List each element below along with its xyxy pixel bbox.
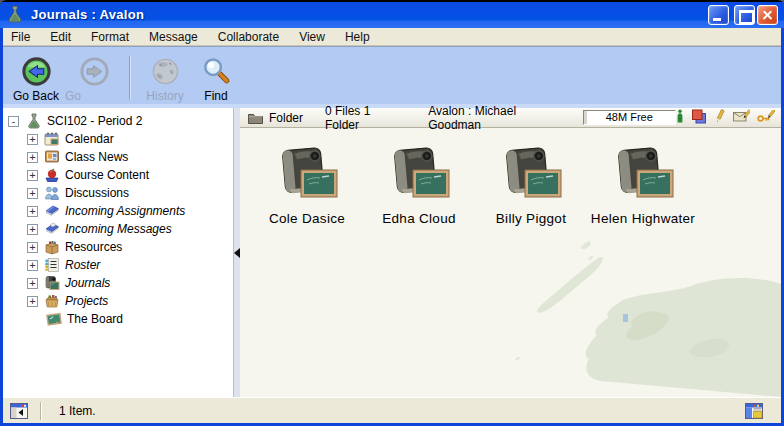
tree-item-calendar[interactable]: + Calendar bbox=[3, 130, 233, 148]
status-bar: 1 Item. bbox=[3, 397, 781, 423]
tree-item-label[interactable]: The Board bbox=[67, 312, 123, 326]
tree-item-class-news[interactable]: + Class News bbox=[3, 148, 233, 166]
tree-item-incoming-assignments[interactable]: + Incoming Assignments bbox=[3, 202, 233, 220]
resources-box-icon bbox=[44, 239, 60, 255]
journal-label[interactable]: Helen Highwater bbox=[591, 211, 695, 226]
expand-expander-icon[interactable]: + bbox=[27, 224, 38, 235]
find-label: Find bbox=[204, 89, 227, 103]
journal-item-helen-highwater[interactable]: Helen Highwater bbox=[590, 144, 696, 226]
messages-book-icon bbox=[44, 221, 60, 237]
expand-expander-icon[interactable]: + bbox=[27, 170, 38, 181]
expand-expander-icon[interactable]: + bbox=[27, 296, 38, 307]
menu-bar: File Edit Format Message Collaborate Vie… bbox=[3, 28, 781, 46]
tree-item-label[interactable]: Resources bbox=[65, 240, 122, 254]
status-text: 1 Item. bbox=[59, 404, 96, 418]
journal-item-billy-piggot[interactable]: Billy Piggot bbox=[478, 144, 584, 226]
minimize-button[interactable] bbox=[708, 5, 729, 25]
tree-item-resources[interactable]: + Resources bbox=[3, 238, 233, 256]
flask-app-icon bbox=[6, 5, 24, 23]
tree-item-incoming-messages[interactable]: + Incoming Messages bbox=[3, 220, 233, 238]
folder-view[interactable]: Cole Dasice bbox=[240, 128, 781, 397]
history-button[interactable]: History bbox=[138, 54, 192, 103]
history-label: History bbox=[146, 89, 183, 103]
title-bar[interactable]: Journals : Avalon bbox=[0, 0, 784, 28]
toolbar: Go Back Go Forward His bbox=[3, 46, 781, 108]
person-icon[interactable] bbox=[676, 109, 684, 126]
content-header-bar: Folder 0 Files 1 Folder Avalon : Michael… bbox=[240, 108, 781, 128]
tree-item-label[interactable]: Projects bbox=[65, 294, 108, 308]
header-tools bbox=[676, 109, 775, 127]
tree-item-label[interactable]: Course Content bbox=[65, 168, 149, 182]
assignments-book-icon bbox=[44, 203, 60, 219]
journal-label[interactable]: Edha Cloud bbox=[382, 211, 456, 226]
folder-type-label: Folder bbox=[269, 111, 303, 125]
globe-icon bbox=[150, 54, 181, 88]
news-board-icon bbox=[44, 149, 60, 165]
sidebar-splitter[interactable] bbox=[233, 108, 240, 397]
go-back-button[interactable]: Go Back bbox=[7, 54, 65, 103]
journal-label[interactable]: Billy Piggot bbox=[496, 211, 566, 226]
main-area: - SCI102 - Period 2 + Calendar + Class N… bbox=[3, 108, 781, 397]
journal-icon bbox=[386, 144, 452, 208]
menu-item-view[interactable]: View bbox=[289, 28, 335, 45]
layout-toggle-icon[interactable] bbox=[745, 403, 763, 419]
projects-basket-icon bbox=[44, 293, 60, 309]
tree-item-discussions[interactable]: + Discussions bbox=[3, 184, 233, 202]
tree-item-label[interactable]: Incoming Messages bbox=[65, 222, 172, 236]
journal-label[interactable]: Cole Dasice bbox=[269, 211, 345, 226]
close-button[interactable] bbox=[757, 5, 778, 25]
collapse-expander-icon[interactable]: - bbox=[8, 116, 19, 127]
pencil-icon[interactable] bbox=[714, 109, 726, 127]
expand-expander-icon[interactable]: + bbox=[27, 260, 38, 271]
mail-compose-icon[interactable] bbox=[733, 109, 750, 126]
menu-item-format[interactable]: Format bbox=[81, 28, 139, 45]
expand-expander-icon[interactable]: + bbox=[27, 188, 38, 199]
roster-list-icon bbox=[44, 257, 60, 273]
sidebar-tree: - SCI102 - Period 2 + Calendar + Class N… bbox=[3, 108, 233, 397]
tree-item-roster[interactable]: + Roster bbox=[3, 256, 233, 274]
forward-arrow-icon bbox=[79, 54, 110, 88]
menu-item-message[interactable]: Message bbox=[139, 28, 208, 45]
app-window: Journals : Avalon File Edit Format Messa… bbox=[0, 0, 784, 426]
tree-item-label[interactable]: Roster bbox=[65, 258, 100, 272]
tree-item-label[interactable]: Calendar bbox=[65, 132, 114, 146]
free-space-meter: 48M Free bbox=[583, 110, 676, 125]
tree-item-course-content[interactable]: + Course Content bbox=[3, 166, 233, 184]
expand-expander-icon[interactable]: + bbox=[27, 134, 38, 145]
tree-item-the-board[interactable]: The Board bbox=[3, 310, 233, 328]
content-pane: Folder 0 Files 1 Folder Avalon : Michael… bbox=[240, 108, 781, 397]
tree-item-journals[interactable]: + Journals bbox=[3, 274, 233, 292]
expand-expander-icon[interactable]: + bbox=[27, 152, 38, 163]
toolbar-separator bbox=[129, 56, 130, 100]
menu-item-collaborate[interactable]: Collaborate bbox=[208, 28, 289, 45]
chalkboard-icon bbox=[46, 311, 62, 327]
tree-item-label[interactable]: Discussions bbox=[65, 186, 129, 200]
tree-root-sci102[interactable]: - SCI102 - Period 2 bbox=[3, 112, 233, 130]
menu-item-help[interactable]: Help bbox=[335, 28, 380, 45]
calendar-icon bbox=[44, 131, 60, 147]
journal-item-edha-cloud[interactable]: Edha Cloud bbox=[366, 144, 472, 226]
find-button[interactable]: Find bbox=[192, 54, 240, 103]
window-title: Journals : Avalon bbox=[31, 7, 144, 22]
journal-grid: Cole Dasice bbox=[254, 144, 696, 226]
expand-expander-icon[interactable]: + bbox=[27, 278, 38, 289]
journal-icon bbox=[498, 144, 564, 208]
expand-expander-icon[interactable]: + bbox=[27, 206, 38, 217]
tree-item-projects[interactable]: + Projects bbox=[3, 292, 233, 310]
people-icon bbox=[44, 185, 60, 201]
menu-item-edit[interactable]: Edit bbox=[40, 28, 81, 45]
menu-item-file[interactable]: File bbox=[3, 28, 40, 45]
statusbar-separator bbox=[40, 402, 41, 420]
expand-expander-icon[interactable]: + bbox=[27, 242, 38, 253]
journal-item-cole-dasice[interactable]: Cole Dasice bbox=[254, 144, 360, 226]
journal-icon bbox=[274, 144, 340, 208]
maximize-button[interactable] bbox=[734, 5, 755, 25]
tree-item-label[interactable]: Class News bbox=[65, 150, 128, 164]
layers-icon[interactable] bbox=[691, 109, 707, 127]
tree-item-label[interactable]: Journals bbox=[65, 276, 110, 290]
sidebar-toggle-icon[interactable] bbox=[10, 403, 28, 419]
tree-item-label[interactable]: Incoming Assignments bbox=[65, 204, 185, 218]
key-compose-icon[interactable] bbox=[757, 110, 775, 126]
go-back-label: Go Back bbox=[13, 89, 59, 103]
tree-root-label[interactable]: SCI102 - Period 2 bbox=[47, 114, 142, 128]
